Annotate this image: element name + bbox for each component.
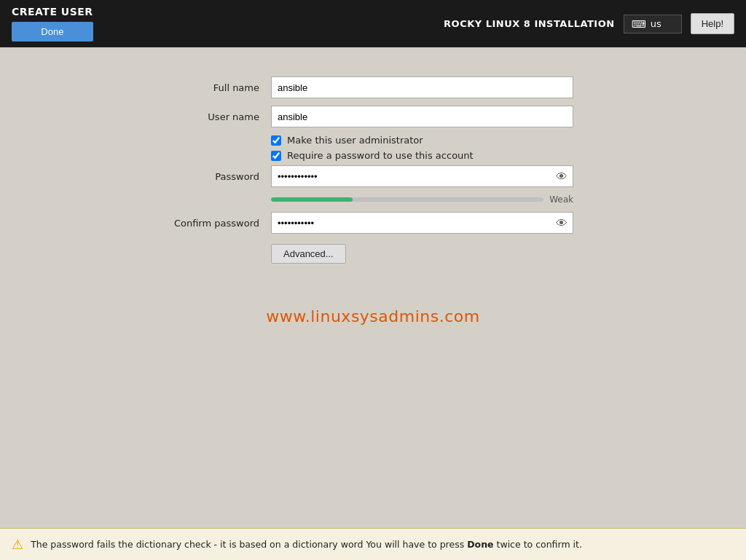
confirm-password-row: Confirm password 👁 xyxy=(111,212,635,234)
advanced-row: Advanced... xyxy=(271,244,635,264)
fullname-row: Full name xyxy=(111,76,635,98)
fullname-wrapper xyxy=(271,76,635,98)
password-eye-icon[interactable]: 👁 xyxy=(556,170,568,184)
fullname-label: Full name xyxy=(111,82,271,93)
username-row: User name xyxy=(111,106,635,127)
help-button[interactable]: Help! xyxy=(691,13,734,34)
admin-checkbox-label[interactable]: Make this user administrator xyxy=(287,135,423,146)
confirm-password-wrapper: 👁 xyxy=(271,212,635,234)
strength-wrapper: Weak xyxy=(271,194,573,205)
header-left: CREATE USER Done xyxy=(12,6,93,42)
main-content: Full name User name Make this user admin… xyxy=(0,47,746,513)
fullname-input[interactable] xyxy=(271,76,573,98)
username-input[interactable] xyxy=(271,106,573,127)
warning-text-before: The password fails the dictionary check … xyxy=(31,539,467,550)
admin-checkbox[interactable] xyxy=(271,135,281,146)
keyboard-indicator[interactable]: ⌨ us xyxy=(624,15,682,33)
header: CREATE USER Done ROCKY LINUX 8 INSTALLAT… xyxy=(0,0,746,47)
confirm-password-input-wrapper: 👁 xyxy=(271,212,573,234)
warning-icon: ⚠ xyxy=(12,537,23,552)
warning-text-after: twice to confirm it. xyxy=(497,539,582,550)
password-input[interactable] xyxy=(271,165,573,187)
confirm-password-label: Confirm password xyxy=(111,218,271,229)
password-input-wrapper: 👁 xyxy=(271,165,573,187)
password-row: Password 👁 xyxy=(111,165,635,187)
install-title: ROCKY LINUX 8 INSTALLATION xyxy=(444,18,615,29)
require-password-label[interactable]: Require a password to use this account xyxy=(287,150,474,161)
watermark: www.linuxsysadmins.com xyxy=(111,307,635,326)
password-label: Password xyxy=(111,171,271,182)
require-password-checkbox[interactable] xyxy=(271,151,281,161)
warning-text: The password fails the dictionary check … xyxy=(31,539,582,550)
done-button[interactable]: Done xyxy=(12,22,93,42)
keyboard-icon: ⌨ xyxy=(632,18,646,30)
username-wrapper xyxy=(271,106,635,127)
username-label: User name xyxy=(111,111,271,122)
warning-bold-text: Done xyxy=(467,539,493,550)
confirm-password-input[interactable] xyxy=(271,212,573,234)
page-title: CREATE USER xyxy=(12,6,93,17)
form-container: Full name User name Make this user admin… xyxy=(82,69,664,333)
warning-bar: ⚠ The password fails the dictionary chec… xyxy=(0,528,746,560)
advanced-button[interactable]: Advanced... xyxy=(271,244,346,264)
strength-label: Weak xyxy=(549,194,573,205)
strength-bar-fill xyxy=(271,197,353,202)
confirm-password-eye-icon[interactable]: 👁 xyxy=(556,216,568,230)
header-right: ROCKY LINUX 8 INSTALLATION ⌨ us Help! xyxy=(444,13,734,34)
admin-checkbox-row: Make this user administrator xyxy=(271,135,635,146)
keyboard-label: us xyxy=(651,18,661,29)
require-password-row: Require a password to use this account xyxy=(271,150,635,161)
password-wrapper: 👁 xyxy=(271,165,635,187)
strength-bar-background xyxy=(271,197,543,202)
